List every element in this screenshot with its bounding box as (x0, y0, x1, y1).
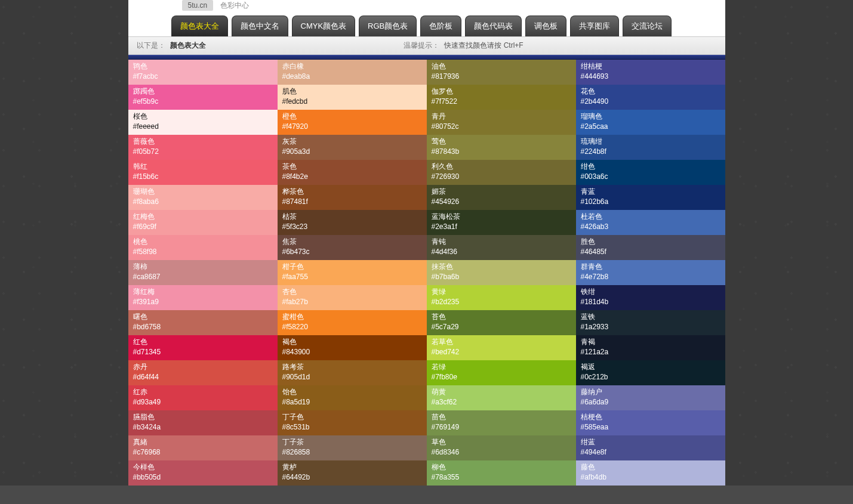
tab-2[interactable]: CMYK颜色表 (292, 16, 356, 36)
color-hex: #f7acbc (133, 72, 273, 82)
color-swatch[interactable]: 今样色#bb505d (128, 460, 278, 486)
color-swatch[interactable]: 蓝铁#1a2933 (576, 310, 725, 335)
color-swatch[interactable]: 青钝#4d4f36 (427, 235, 576, 260)
info-bar: 以下是： 颜色表大全 温馨提示： 快速查找颜色请按 Ctrl+F (128, 36, 725, 55)
color-swatch[interactable]: 黄绿#b2d235 (427, 285, 576, 310)
tab-0[interactable]: 颜色表大全 (171, 16, 228, 36)
color-swatch[interactable]: 肌色#fedcbd (278, 85, 427, 110)
color-swatch[interactable]: 瑠璃色#2a5caa (576, 110, 725, 135)
tab-6[interactable]: 调色板 (525, 16, 566, 36)
color-swatch[interactable]: 媚茶#454926 (427, 185, 576, 210)
color-swatch[interactable]: 花色#2b4490 (576, 85, 725, 110)
color-swatch[interactable]: 青蓝#102b6a (576, 185, 725, 210)
color-hex: #4e72b8 (581, 272, 720, 282)
color-hex: #585eaa (581, 422, 720, 432)
color-swatch[interactable]: 若草色#bed742 (427, 335, 576, 360)
color-swatch[interactable]: 利久色#726930 (427, 160, 576, 185)
color-swatch[interactable]: 橙色#f47920 (278, 110, 427, 135)
color-swatch[interactable]: 真緒#c76968 (128, 435, 278, 460)
color-swatch[interactable]: 蓝海松茶#2e3a1f (427, 210, 576, 235)
color-swatch[interactable]: 藤纳户#6a6da9 (576, 385, 725, 410)
color-swatch[interactable]: 红梅色#f69c9f (128, 210, 278, 235)
color-hex: #5c7a29 (432, 322, 571, 332)
color-swatch[interactable]: 伽罗色#7f7522 (427, 85, 576, 110)
tab-3[interactable]: RGB颜色表 (359, 16, 417, 36)
color-hex: #843900 (282, 347, 422, 357)
color-swatch[interactable]: 路考茶#905d1d (278, 360, 427, 385)
color-swatch[interactable]: 褐返#0c212b (576, 360, 725, 385)
color-swatch[interactable]: 绀色#003a6c (576, 160, 725, 185)
color-swatch[interactable]: 杏色#fab27b (278, 285, 427, 310)
color-swatch[interactable]: 藤色#afb4db (576, 460, 725, 486)
color-swatch[interactable]: 苔色#5c7a29 (427, 310, 576, 335)
color-hex: #5f3c23 (282, 222, 422, 232)
color-swatch[interactable]: 莺色#87843b (427, 135, 576, 160)
color-swatch[interactable]: 焦茶#6b473c (278, 235, 427, 260)
color-name: 藤纳户 (581, 387, 720, 397)
color-swatch[interactable]: 杜若色#426ab3 (576, 210, 725, 235)
color-swatch[interactable]: 赤白橡#deab8a (278, 60, 427, 85)
color-swatch[interactable]: 桔梗色#585eaa (576, 410, 725, 435)
color-swatch[interactable]: 抹茶色#b7ba6b (427, 260, 576, 285)
color-hex: #80752c (432, 122, 571, 132)
color-hex: #454926 (432, 197, 571, 207)
color-name: 桔梗色 (581, 412, 720, 422)
color-swatch[interactable]: 丁子色#8c531b (278, 410, 427, 435)
color-name: 茶色 (282, 162, 422, 172)
color-swatch[interactable]: 薄红梅#f391a9 (128, 285, 278, 310)
color-name: 苔色 (432, 312, 571, 322)
color-swatch[interactable]: 薄柿#ca8687 (128, 260, 278, 285)
color-hex: #bb505d (133, 472, 273, 483)
color-swatch[interactable]: 灰茶#905a3d (278, 135, 427, 160)
color-swatch[interactable]: 桦茶色#87481f (278, 185, 427, 210)
color-swatch[interactable]: 鸨色#f7acbc (128, 60, 278, 85)
color-name: 珊瑚色 (133, 187, 273, 197)
color-swatch[interactable]: 曙色#bd6758 (128, 310, 278, 335)
color-swatch[interactable]: 萌黄#a3cf62 (427, 385, 576, 410)
color-hex: #8a5d19 (282, 397, 422, 407)
color-swatch[interactable]: 茶色#8f4b2e (278, 160, 427, 185)
color-swatch[interactable]: 赤丹#d64f44 (128, 360, 278, 385)
color-swatch[interactable]: 铁绀#181d4b (576, 285, 725, 310)
color-swatch[interactable]: 桃色#f58f98 (128, 235, 278, 260)
color-swatch[interactable]: 红赤#d93a49 (128, 385, 278, 410)
color-swatch[interactable]: 蜜柑色#f58220 (278, 310, 427, 335)
color-swatch[interactable]: 枯茶#5f3c23 (278, 210, 427, 235)
color-swatch[interactable]: 褐色#843900 (278, 335, 427, 360)
color-hex: #003a6c (581, 172, 720, 182)
color-name: 青蓝 (581, 187, 720, 197)
color-swatch[interactable]: 群青色#4e72b8 (576, 260, 725, 285)
color-swatch[interactable]: 丁子茶#826858 (278, 435, 427, 460)
color-swatch[interactable]: 青丹#80752c (427, 110, 576, 135)
color-swatch[interactable]: 桜色#feeeed (128, 110, 278, 135)
tab-8[interactable]: 交流论坛 (623, 16, 672, 36)
tab-5[interactable]: 颜色代码表 (465, 16, 522, 36)
color-name: 黄栌 (282, 462, 422, 472)
color-swatch[interactable]: 绀桔梗#444693 (576, 60, 725, 85)
color-hex: #bd6758 (133, 322, 273, 332)
color-swatch[interactable]: 琉璃绀#224b8f (576, 135, 725, 160)
color-swatch[interactable]: 珊瑚色#f8aba6 (128, 185, 278, 210)
color-swatch[interactable]: 柳色#78a355 (427, 460, 576, 486)
color-swatch[interactable]: 青褐#121a2a (576, 335, 725, 360)
color-swatch[interactable]: 若绿#7fb80e (427, 360, 576, 385)
color-name: 胜色 (581, 237, 720, 247)
color-hex: #494e8f (581, 447, 720, 457)
color-name: 踯躅色 (133, 86, 273, 97)
color-swatch[interactable]: 臙脂色#b3424a (128, 410, 278, 435)
color-swatch[interactable]: 油色#817936 (427, 60, 576, 85)
color-swatch[interactable]: 韩红#f15b6c (128, 160, 278, 185)
color-swatch[interactable]: 苗色#769149 (427, 410, 576, 435)
tab-7[interactable]: 共享图库 (570, 16, 619, 36)
color-swatch[interactable]: 红色#d71345 (128, 335, 278, 360)
tab-1[interactable]: 颜色中文名 (232, 16, 288, 36)
color-swatch[interactable]: 胜色#46485f (576, 235, 725, 260)
color-swatch[interactable]: 柑子色#faa755 (278, 260, 427, 285)
tab-4[interactable]: 色阶板 (420, 16, 461, 36)
color-swatch[interactable]: 蔷薇色#f05b72 (128, 135, 278, 160)
color-swatch[interactable]: 绀蓝#494e8f (576, 435, 725, 460)
color-swatch[interactable]: 踯躅色#ef5b9c (128, 85, 278, 110)
color-swatch[interactable]: 草色#6d8346 (427, 435, 576, 460)
color-swatch[interactable]: 黄栌#64492b (278, 460, 427, 486)
color-swatch[interactable]: 饴色#8a5d19 (278, 385, 427, 410)
